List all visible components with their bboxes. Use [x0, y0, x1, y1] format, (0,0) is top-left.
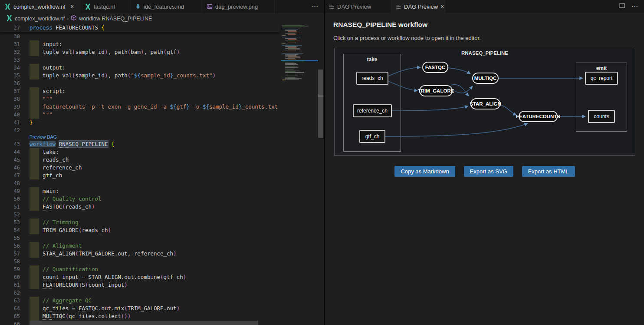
line-number: 38: [0, 95, 20, 103]
line-number: 52: [0, 211, 20, 219]
codelens-preview-dag[interactable]: Preview DAG: [30, 134, 57, 140]
code-line: 51 FASTQC(reads_ch): [0, 203, 280, 211]
dag-node-counts[interactable]: counts: [588, 110, 615, 123]
line-number: 31: [0, 40, 20, 48]
breadcrumb-symbol[interactable]: workflow RNASEQ_PIPELINE: [71, 15, 152, 22]
code-line: 42: [0, 126, 280, 134]
minimap-line: [285, 69, 294, 70]
code-line: 41}: [0, 119, 280, 126]
vertical-scrollbar[interactable]: [318, 24, 324, 325]
left-tab-actions: ⋯: [312, 0, 324, 13]
sticky-code-line: 27process FEATURECOUNTS {: [0, 24, 280, 32]
code-line: 65 MULTIQC(qc_files.collect()): [0, 312, 280, 320]
minimap[interactable]: [281, 24, 318, 325]
code-line: 32 tuple val(sample_id), path(bam), path…: [0, 48, 280, 56]
line-number: 49: [0, 187, 20, 195]
code-line: 55: [0, 234, 280, 242]
copy-as-markdown-button[interactable]: Copy as Markdown: [394, 166, 455, 177]
code-line: 37 script:: [0, 87, 280, 95]
code-line: 50 // Quality control: [0, 195, 280, 203]
tab-overflow-button[interactable]: ⋯: [312, 3, 318, 10]
app-window: { "glyphs": { "overflow": "⋯", "close": …: [0, 0, 644, 325]
tab-left-complex-workflow-nf[interactable]: complex_workflow.nf×: [0, 0, 80, 13]
tab-right-dag-preview[interactable]: DAG Preview×: [391, 0, 445, 13]
minimap-line: [288, 51, 296, 51]
minimap-line: [282, 35, 286, 36]
right-tab-actions: ⋯: [619, 0, 644, 13]
breadcrumb: complex_workflow.nf › workflow RNASEQ_PI…: [0, 13, 324, 24]
code-line: 38 """: [0, 95, 280, 103]
dag-node-FEATURECOUNTS[interactable]: FEATURECOUNTS: [519, 111, 558, 122]
dag-node-reads_ch[interactable]: reads_ch: [356, 72, 388, 85]
line-number: 30: [0, 33, 20, 40]
line-number: 53: [0, 219, 20, 226]
symbol-namespace-icon: [71, 15, 77, 22]
code-line: 49 main:: [0, 187, 280, 195]
more-actions-button[interactable]: ⋯: [631, 3, 638, 10]
line-number: 39: [0, 103, 20, 111]
code-line: 46 reference_ch: [0, 164, 280, 172]
minimap-line: [282, 27, 301, 27]
tab-label: fastqc.nf: [94, 3, 115, 10]
editor-group-left: complex_workflow.nf×fastqc.nfide_feature…: [0, 0, 325, 325]
line-number: 61: [0, 281, 20, 289]
tab-label: dag_preview.png: [215, 3, 258, 10]
close-icon[interactable]: ×: [69, 3, 76, 10]
line-number: 59: [0, 265, 20, 273]
tab-right-dag-preview[interactable]: DAG Preview: [325, 0, 391, 13]
code-line: 43workflow RNASEQ_PIPELINE {: [0, 140, 280, 148]
dag-node-FASTQC[interactable]: FASTQC: [422, 62, 448, 73]
tab-left-ide-features-md[interactable]: ide_features.md: [131, 0, 202, 13]
code-line: 34 output:: [0, 64, 280, 72]
minimap-line: [285, 77, 296, 78]
dag-node-gtf_ch[interactable]: gtf_ch: [359, 130, 385, 143]
editor-group-right: DAG PreviewDAG Preview× ⋯ RNASEQ_PIPELIN…: [325, 0, 644, 325]
line-number: 66: [0, 320, 20, 325]
code-editor[interactable]: 3031 input:32 tuple val(sample_id), path…: [0, 24, 324, 325]
breadcrumb-file[interactable]: complex_workflow.nf: [6, 15, 65, 23]
code-line: 31 input:: [0, 40, 280, 48]
code-line: 64 qc_files = FASTQC.out.mix(TRIM_GALORE…: [0, 305, 280, 312]
tab-left-dag-preview-png[interactable]: dag_preview.png: [202, 0, 275, 13]
line-number: 35: [0, 72, 20, 80]
line-number: 27: [0, 24, 20, 32]
minimap-line: [282, 53, 303, 54]
code-line: 35 tuple val(sample_id), path("${sample_…: [0, 72, 280, 80]
dag-node-MULTIQC[interactable]: MULTIQC: [472, 73, 499, 84]
export-as-svg-button[interactable]: Export as SVG: [464, 166, 513, 177]
vertical-scrollbar-thumb[interactable]: [318, 70, 323, 138]
close-icon[interactable]: ×: [440, 3, 444, 10]
line-number: 50: [0, 195, 20, 203]
export-as-html-button[interactable]: Export as HTML: [522, 166, 575, 177]
line-number: 46: [0, 164, 20, 172]
split-editor-icon[interactable]: [619, 3, 625, 10]
minimap-line: [282, 37, 301, 37]
line-number: 43: [0, 140, 20, 148]
line-number: 65: [0, 312, 20, 320]
dag-node-STAR_ALIGN[interactable]: STAR_ALIGN: [470, 98, 500, 109]
preview-icon: [396, 4, 401, 10]
right-tab-bar: DAG PreviewDAG Preview× ⋯: [325, 0, 644, 13]
tab-label: complex_workflow.nf: [13, 3, 66, 10]
tab-label: DAG Preview: [337, 3, 371, 10]
code-line: 36: [0, 80, 280, 87]
tab-label: ide_features.md: [144, 3, 184, 10]
minimap-line: [282, 29, 299, 29]
line-number: 36: [0, 80, 20, 87]
code-line: 60 count_input = STAR_ALIGN.out.combine(…: [0, 273, 280, 281]
line-number: 51: [0, 203, 20, 211]
sticky-scroll-line[interactable]: 27process FEATURECOUNTS {: [0, 24, 280, 33]
horizontal-scrollbar[interactable]: [30, 321, 258, 325]
line-number: 57: [0, 250, 20, 258]
tab-left-fastqc-nf[interactable]: fastqc.nf: [80, 0, 131, 13]
line-number: 62: [0, 289, 20, 297]
code-line: 44 take:: [0, 148, 280, 156]
dag-node-qc_report[interactable]: qc_report: [585, 72, 618, 85]
code-line: 39 featureCounts -p -t exon -g gene_id -…: [0, 103, 280, 111]
line-number: 40: [0, 111, 20, 119]
minimap-line: [282, 62, 304, 62]
minimap-line: [282, 43, 286, 44]
dag-node-reference_ch[interactable]: reference_ch: [353, 104, 392, 117]
dag-node-TRIM_GALORE[interactable]: TRIM_GALORE: [419, 85, 453, 96]
code-line: 53 // Trimming: [0, 219, 280, 226]
